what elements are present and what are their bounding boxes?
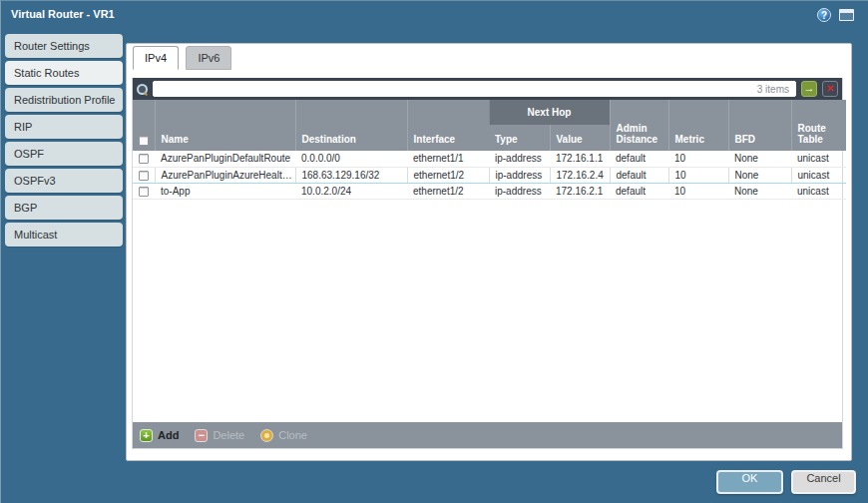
sidebar-item-multicast[interactable]: Multicast [5,223,123,247]
ok-button[interactable]: OK [716,470,783,494]
cell-admin-distance: default [610,151,668,167]
dialog-title: Virtual Router - VR1 [11,8,115,20]
col-header-destination[interactable]: Destination [295,100,407,151]
virtual-router-dialog: Virtual Router - VR1 ? Router Settings S… [0,0,868,503]
cell-route-table: unicast [791,151,846,167]
cell-interface: ethernet1/2 [407,183,489,199]
cell-name: AzurePanPluginAzureHealthCh... [155,167,295,183]
plus-icon: + [140,429,153,442]
row-checkbox[interactable] [139,154,149,164]
cell-destination: 168.63.129.16/32 [295,167,407,183]
cell-metric: 10 [668,183,728,199]
filter-bar: 3 items → ✕ [133,78,842,100]
select-all-checkbox[interactable] [139,136,149,146]
row-checkbox[interactable] [139,187,149,197]
window-icon[interactable] [839,9,854,21]
static-routes-panel: IPv4 IPv6 3 items → ✕ [126,43,852,461]
cell-interface: ethernet1/1 [407,151,489,167]
sidebar: Router Settings Static Routes Redistribu… [5,34,123,250]
sidebar-item-rip[interactable]: RIP [5,115,123,139]
tab-ipv4[interactable]: IPv4 [133,46,179,70]
cell-route-table: unicast [791,167,846,183]
clear-filter-x-icon[interactable]: ✕ [822,81,838,97]
search-icon[interactable] [137,84,148,95]
cell-destination: 10.0.2.0/24 [295,183,407,199]
cell-type: ip-address [489,183,550,199]
sidebar-item-redistribution-profile[interactable]: Redistribution Profile [5,88,123,112]
cell-name: to-App [155,183,295,199]
sidebar-item-router-settings[interactable]: Router Settings [5,34,123,58]
cell-bfd: None [728,167,791,183]
row-checkbox[interactable] [139,171,149,181]
minus-icon: − [195,429,208,442]
table-empty-space [133,200,842,423]
cell-value: 172.16.2.4 [550,167,610,183]
clone-icon [260,429,273,442]
cell-name: AzurePanPluginDefaultRoute [155,151,295,167]
cell-admin-distance: default [610,167,668,183]
dialog-titlebar: Virtual Router - VR1 ? [1,1,868,28]
cancel-button[interactable]: Cancel [791,470,856,494]
sidebar-item-bgp[interactable]: BGP [5,196,123,220]
cell-bfd: None [728,151,791,167]
col-group-next-hop: Next Hop [489,100,610,125]
table-action-bar: + Add − Delete Clone [133,422,842,448]
cell-route-table: unicast [791,183,846,199]
clone-button[interactable]: Clone [260,429,307,442]
col-header-value[interactable]: Value [550,125,610,151]
sidebar-item-ospfv3[interactable]: OSPFv3 [5,169,123,193]
cell-value: 172.16.2.1 [550,183,610,199]
col-header-bfd[interactable]: BFD [728,100,791,151]
table-row[interactable]: AzurePanPluginAzureHealthCh... 168.63.12… [133,167,846,183]
apply-filter-arrow-icon[interactable]: → [801,81,817,97]
cell-destination: 0.0.0.0/0 [295,151,407,167]
sidebar-item-static-routes[interactable]: Static Routes [5,61,123,85]
sidebar-item-ospf[interactable]: OSPF [5,142,123,166]
col-header-admin-distance[interactable]: Admin Distance [610,100,668,151]
cell-admin-distance: default [610,183,668,199]
static-routes-table: Name Destination Interface Next Hop Admi… [133,100,846,200]
help-icon[interactable]: ? [817,8,831,22]
cell-metric: 10 [668,151,728,167]
cell-type: ip-address [489,151,550,167]
col-header-route-table[interactable]: Route Table [791,100,846,151]
cell-type: ip-address [489,167,550,183]
cell-interface: ethernet1/2 [407,167,489,183]
col-header-interface[interactable]: Interface [407,100,489,151]
col-header-type[interactable]: Type [489,125,550,151]
items-count: 3 items [757,84,789,95]
tab-ipv6[interactable]: IPv6 [186,46,231,70]
table-row[interactable]: AzurePanPluginDefaultRoute 0.0.0.0/0 eth… [133,151,846,167]
delete-button[interactable]: − Delete [195,429,244,442]
filter-input[interactable]: 3 items [153,81,796,97]
add-button[interactable]: + Add [140,429,179,442]
table-header: Name Destination Interface Next Hop Admi… [133,100,846,151]
tab-bar: IPv4 IPv6 [127,44,851,78]
cell-value: 172.16.1.1 [550,151,610,167]
routes-table-container: 3 items → ✕ Name Destination [132,78,843,449]
col-header-metric[interactable]: Metric [668,100,728,151]
cell-metric: 10 [668,167,728,183]
cell-bfd: None [728,183,791,199]
col-header-name[interactable]: Name [155,100,295,151]
table-row[interactable]: to-App 10.0.2.0/24 ethernet1/2 ip-addres… [133,183,846,199]
